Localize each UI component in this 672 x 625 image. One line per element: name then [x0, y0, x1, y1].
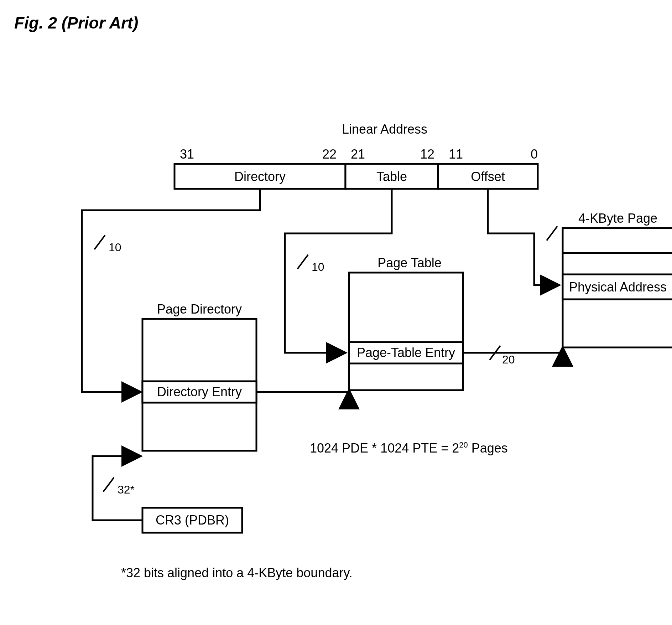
bit-0: 0: [531, 147, 538, 161]
bit-31: 31: [180, 147, 194, 161]
bus-cr3: 32*: [118, 483, 135, 496]
page-directory-box: Directory Entry: [142, 319, 256, 451]
page-label: 4-KByte Page: [578, 211, 657, 226]
page-table-box: Page-Table Entry: [349, 273, 463, 390]
svg-rect-8: [349, 273, 463, 390]
svg-line-5: [547, 226, 557, 241]
offset-field: Offset: [471, 169, 505, 184]
linear-address-label: Linear Address: [342, 122, 427, 136]
cr3-label: CR3 (PDBR): [156, 513, 229, 527]
svg-line-15: [103, 477, 114, 492]
bit-12: 12: [420, 147, 434, 161]
linear-address-box: Directory Table Offset: [174, 164, 538, 189]
diagram-root: Fig. 2 (Prior Art) Linear Address 31 22 …: [0, 0, 672, 625]
svg-line-3: [94, 235, 105, 249]
equation: 1024 PDE * 1024 PTE = 220 Pages: [310, 440, 508, 455]
directory-entry: Directory Entry: [157, 384, 242, 399]
dirent-to-pagetable: [256, 390, 349, 392]
physical-address: Physical Address: [569, 280, 667, 294]
bus-pte: 20: [502, 353, 515, 366]
footnote: *32 bits aligned into a 4-KByte boundary…: [121, 565, 353, 580]
bit-22: 22: [322, 147, 337, 161]
bit-21: 21: [351, 147, 365, 161]
directory-field: Directory: [234, 169, 286, 184]
page-box: Physical Address: [563, 228, 672, 347]
page-directory-label: Page Directory: [157, 302, 242, 316]
bit-11: 11: [449, 147, 463, 161]
svg-line-4: [297, 255, 308, 269]
bus-dir: 10: [109, 241, 121, 254]
offset-path: [488, 189, 559, 285]
table-field: Table: [376, 169, 407, 184]
page-table-entry: Page-Table Entry: [357, 345, 455, 360]
cr3-box: CR3 (PDBR): [142, 508, 242, 533]
page-table-label: Page Table: [377, 255, 442, 270]
bus-tbl: 10: [312, 260, 324, 273]
pte-to-page: [463, 347, 563, 353]
figure-title: Fig. 2 (Prior Art): [14, 14, 138, 32]
